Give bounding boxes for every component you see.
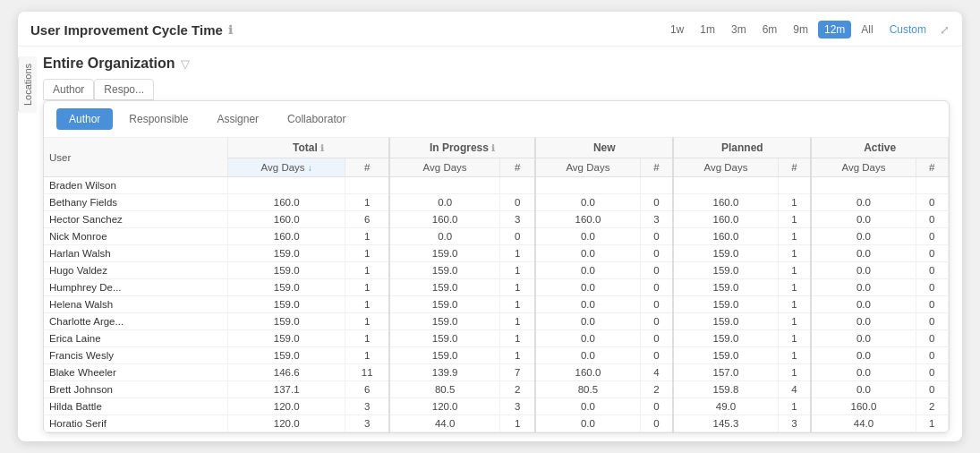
data-cell: 159.0 (673, 262, 778, 279)
time-btn-1m[interactable]: 1m (694, 21, 721, 38)
data-cell: 159.0 (228, 279, 345, 296)
data-cell: 159.0 (389, 279, 500, 296)
small-tab-author[interactable]: Author (43, 79, 94, 100)
data-cell: 1 (778, 245, 811, 262)
user-name-cell: Brett Johnson (44, 381, 228, 398)
time-btn-1w[interactable]: 1w (664, 21, 690, 38)
data-cell: 120.0 (228, 398, 345, 415)
data-cell: 0.0 (811, 211, 916, 228)
time-btn-custom[interactable]: Custom (883, 21, 933, 38)
user-name-cell: Horatio Serif (44, 415, 228, 432)
data-cell: 0 (916, 245, 948, 262)
data-cell: 0.0 (535, 228, 640, 245)
data-cell: 0 (916, 211, 948, 228)
data-cell: 0 (916, 262, 948, 279)
col-planned-header: Planned (673, 138, 811, 158)
data-cell: 0.0 (389, 194, 500, 211)
data-cell: 1 (345, 262, 389, 279)
table-row: Hilda Battle120.03120.030.0049.01160.02 (44, 398, 949, 415)
data-cell: 0.0 (535, 398, 640, 415)
data-cell: 160.0 (389, 211, 500, 228)
data-cell: 4 (778, 381, 811, 398)
data-cell: 1 (500, 347, 535, 364)
widget-header: User Improvement Cycle Time ℹ 1w 1m 3m 6… (18, 12, 962, 47)
panel-tab-responsible[interactable]: Responsible (116, 108, 200, 130)
data-cell: 3 (500, 211, 535, 228)
table-row: Humphrey De...159.01159.010.00159.010.00 (44, 279, 949, 296)
data-cell: 160.0 (535, 364, 640, 381)
user-name-cell: Helena Walsh (44, 296, 228, 313)
data-cell: 146.6 (228, 364, 345, 381)
data-cell: 0.0 (535, 194, 640, 211)
data-cell: 0.0 (811, 296, 916, 313)
data-cell: 160.0 (673, 228, 778, 245)
data-cell: 0 (916, 228, 948, 245)
data-cell: 0 (916, 347, 948, 364)
data-cell: 159.0 (673, 296, 778, 313)
locations-tab[interactable]: Locations (18, 56, 37, 113)
table-row: Brett Johnson137.1680.5280.52159.840.00 (44, 381, 949, 398)
data-cell: 0.0 (535, 415, 640, 432)
data-cell: 159.0 (228, 262, 345, 279)
data-cell: 0 (640, 415, 673, 432)
user-name-cell: Francis Wesly (44, 347, 228, 364)
col-user: User (44, 138, 228, 177)
data-cell: 145.3 (673, 415, 778, 432)
panel-tab-author[interactable]: Author (56, 108, 113, 130)
table-row: Erica Laine159.01159.010.00159.010.00 (44, 330, 949, 347)
data-cell: 0.0 (811, 381, 916, 398)
data-cell: 159.0 (673, 279, 778, 296)
data-cell: 3 (345, 415, 389, 432)
data-cell: 159.0 (228, 330, 345, 347)
data-cell: 160.0 (535, 211, 640, 228)
widget-title: User Improvement Cycle Time (30, 22, 223, 38)
panel-tabs: Author Responsible Assigner Collaborator (44, 101, 949, 138)
time-btn-6m[interactable]: 6m (756, 21, 784, 38)
data-cell: 1 (500, 330, 535, 347)
small-tab-respo[interactable]: Respo... (94, 79, 154, 100)
data-cell: 120.0 (389, 398, 500, 415)
user-name-cell: Nick Monroe (44, 228, 228, 245)
data-cell: 160.0 (811, 398, 916, 415)
filter-icon[interactable]: ▽ (181, 57, 190, 71)
data-cell: 0 (640, 194, 673, 211)
data-cell: 49.0 (673, 398, 778, 415)
data-cell: 120.0 (228, 415, 345, 432)
expand-icon[interactable]: ⤢ (940, 23, 950, 37)
data-cell: 159.0 (389, 347, 500, 364)
data-cell: 0 (916, 381, 948, 398)
panel-tab-assigner[interactable]: Assigner (204, 108, 271, 130)
time-btn-12m[interactable]: 12m (818, 21, 851, 38)
data-cell: 159.0 (389, 313, 500, 330)
data-cell: 0.0 (535, 347, 640, 364)
data-cell: 0 (640, 398, 673, 415)
data-cell: 159.0 (228, 347, 345, 364)
data-cell: 159.0 (673, 347, 778, 364)
active-hash: # (916, 158, 948, 177)
content-area: Entire Organization ▽ Author Respo... Au… (18, 47, 962, 433)
time-btn-all[interactable]: All (855, 21, 879, 38)
data-cell: 1 (500, 313, 535, 330)
data-cell: 1 (500, 279, 535, 296)
data-cell: 139.9 (389, 364, 500, 381)
data-cell (389, 177, 500, 194)
user-name-cell: Bethany Fields (44, 194, 228, 211)
time-btn-3m[interactable]: 3m (725, 21, 753, 38)
data-cell: 44.0 (389, 415, 500, 432)
data-cell: 159.0 (389, 245, 500, 262)
org-title: Entire Organization (43, 56, 175, 72)
time-btn-9m[interactable]: 9m (787, 21, 814, 38)
table-row: Blake Wheeler146.611139.97160.04157.010.… (44, 364, 949, 381)
data-cell: 1 (500, 262, 535, 279)
total-avg-days[interactable]: Avg Days ↓ (228, 158, 345, 177)
ip-avg-days: Avg Days (389, 158, 500, 177)
data-cell: 160.0 (228, 194, 345, 211)
data-cell: 0 (640, 228, 673, 245)
data-cell: 2 (916, 398, 948, 415)
info-icon[interactable]: ℹ (228, 23, 233, 37)
data-cell: 159.0 (673, 330, 778, 347)
data-cell: 0 (640, 313, 673, 330)
ip-hash: # (500, 158, 535, 177)
data-cell: 0 (500, 228, 535, 245)
panel-tab-collaborator[interactable]: Collaborator (275, 108, 358, 130)
